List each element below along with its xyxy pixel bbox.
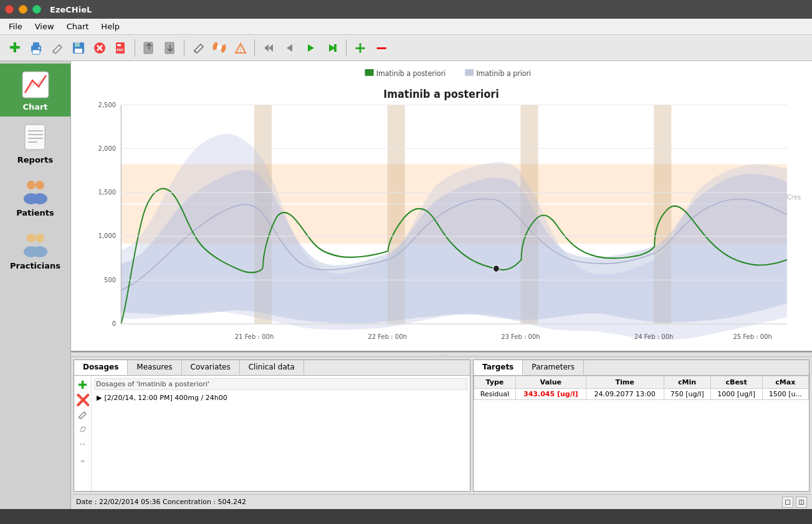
tab-measures[interactable]: Measures — [128, 360, 181, 375]
menu-chart[interactable]: Chart — [60, 21, 95, 32]
save-button[interactable] — [69, 38, 88, 58]
statusbar-icon-2[interactable]: ◫ — [796, 497, 807, 508]
zoom-in-button[interactable]: + — [350, 38, 370, 58]
targets-table: Type Value Time cMin cBest cMax Residual — [474, 376, 809, 491]
cell-value: 343.045 [ug/l] — [515, 389, 586, 400]
menu-view[interactable]: View — [29, 21, 60, 32]
svg-rect-15 — [165, 42, 174, 54]
separator-4 — [346, 39, 346, 57]
edit-button[interactable] — [47, 38, 67, 58]
tab-dosages[interactable]: Dosages — [74, 360, 128, 375]
maximize-btn[interactable] — [32, 5, 41, 14]
svg-point-53 — [493, 265, 499, 272]
patients-icon — [19, 174, 52, 207]
targets-data-table: Type Value Time cMin cBest cMax Residual — [474, 376, 809, 400]
add-button[interactable]: ✚ — [5, 38, 25, 58]
dosage-expand-arrow[interactable]: ▶ — [97, 394, 102, 402]
prev-button[interactable] — [280, 38, 300, 58]
dosage-content: ✚ ❌ ⌄ Dosages of 'I — [74, 376, 470, 491]
svg-point-18 — [217, 45, 222, 50]
main-area: Chart Reports — [0, 61, 812, 509]
pdf-button[interactable]: PDF — [111, 38, 131, 58]
svg-rect-1 — [32, 50, 40, 54]
chart-icon — [19, 69, 52, 101]
svg-text:Imatinib a posteriori: Imatinib a posteriori — [376, 69, 446, 78]
dosage-item-label: [2/20/14, 12:00 PM] 400mg / 24h00 — [104, 394, 227, 402]
tab-targets[interactable]: Targets — [474, 360, 523, 375]
zoom-out-button[interactable]: − — [371, 38, 391, 58]
triangle-button[interactable] — [231, 38, 251, 58]
separator-2 — [184, 39, 184, 57]
sidebar-reports-label: Reports — [17, 155, 53, 164]
add-dosage-btn[interactable]: ✚ — [77, 378, 89, 391]
statusbar-icon-1[interactable]: □ — [782, 497, 793, 508]
tab-parameters[interactable]: Parameters — [523, 360, 584, 375]
minimize-btn[interactable] — [19, 5, 27, 14]
resize-handle[interactable]: · · · — [71, 352, 812, 357]
svg-rect-27 — [22, 72, 49, 98]
menu-file[interactable]: File — [2, 21, 29, 32]
play-button[interactable] — [301, 38, 321, 58]
statusbar-right: □ ◫ — [782, 497, 807, 508]
cell-cbest: 1000 [ug/l] — [710, 389, 762, 400]
svg-point-3 — [39, 47, 41, 49]
separator-1 — [135, 39, 135, 57]
sidebar-item-practicians[interactable]: Practicians — [0, 222, 70, 275]
link-dosage-btn[interactable] — [77, 423, 89, 436]
svg-point-40 — [32, 246, 47, 257]
statusbar: Date : 22/02/2014 05:36 Concentration : … — [71, 494, 812, 509]
svg-text:21 Feb : 00h: 21 Feb : 00h — [235, 332, 274, 340]
tab-covariates[interactable]: Covariates — [182, 360, 240, 375]
svg-text:Imatinib a priori: Imatinib a priori — [476, 69, 531, 78]
more-btn[interactable]: ⌄ — [77, 453, 89, 465]
toolbar: ✚ PDF + − — [0, 35, 812, 61]
close-btn[interactable] — [5, 5, 14, 14]
sidebar-item-patients[interactable]: Patients — [0, 169, 70, 222]
svg-text:24 Feb : 00h: 24 Feb : 00h — [634, 332, 674, 340]
app-title: EzeCHieL — [50, 5, 92, 14]
color-button[interactable] — [209, 38, 229, 58]
svg-text:0: 0 — [112, 320, 116, 327]
sidebar-item-reports[interactable]: Reports — [0, 117, 70, 169]
remove-dosage-btn[interactable]: ❌ — [77, 393, 89, 406]
delete-button[interactable] — [90, 38, 110, 58]
content-area: Imatinib a posteriori Imatinib a priori … — [71, 61, 812, 509]
svg-rect-6 — [75, 49, 82, 53]
svg-marker-23 — [287, 44, 292, 52]
svg-text:1,500: 1,500 — [98, 188, 117, 196]
prev-prev-button[interactable] — [259, 38, 279, 58]
svg-rect-2 — [33, 42, 39, 46]
import-button[interactable] — [160, 38, 180, 58]
bottom-panel: Dosages Measures Covariates Clinical dat… — [71, 357, 812, 494]
chart-display[interactable]: Imatinib a posteriori Imatinib a priori … — [71, 61, 812, 352]
cell-cmax: 1500 [u... — [762, 389, 808, 400]
svg-rect-28 — [25, 125, 45, 150]
sidebar-item-chart[interactable]: Chart — [0, 64, 70, 117]
menu-help[interactable]: Help — [95, 21, 126, 32]
sidebar-chart-label: Chart — [22, 102, 47, 112]
dosage-list: Dosages of 'Imatinib a posteriori' ▶ [2/… — [92, 376, 470, 491]
export-button[interactable] — [139, 38, 159, 58]
status-text: Date : 22/02/2014 05:36 Concentration : … — [76, 498, 246, 506]
table-row[interactable]: Residual 343.045 [ug/l] 24.09.2077 13:00… — [474, 389, 809, 400]
pencil-button[interactable] — [188, 38, 208, 58]
sidebar-patients-label: Patients — [16, 208, 54, 217]
svg-text:Imatinib a posteriori: Imatinib a posteriori — [383, 88, 499, 101]
svg-marker-26 — [334, 44, 337, 52]
dosage-panel: Dosages Measures Covariates Clinical dat… — [74, 360, 470, 492]
cell-type: Residual — [474, 389, 516, 400]
svg-text:23 Feb : 00h: 23 Feb : 00h — [501, 332, 540, 340]
svg-text:500: 500 — [104, 275, 116, 283]
svg-text:Cres: Cres — [787, 193, 801, 200]
dosage-item[interactable]: ▶ [2/20/14, 12:00 PM] 400mg / 24h00 — [94, 393, 467, 403]
print-button[interactable] — [26, 38, 46, 58]
tab-clinical-data[interactable]: Clinical data — [240, 360, 304, 375]
reports-icon — [19, 121, 52, 154]
svg-rect-42 — [365, 69, 374, 76]
edit-dosage-btn[interactable] — [77, 408, 89, 421]
svg-text:25 Feb : 00h: 25 Feb : 00h — [733, 332, 772, 340]
unlink-dosage-btn[interactable] — [77, 438, 89, 450]
sidebar: Chart Reports — [0, 61, 71, 509]
col-type: Type — [474, 376, 516, 389]
next-button[interactable] — [322, 38, 342, 58]
